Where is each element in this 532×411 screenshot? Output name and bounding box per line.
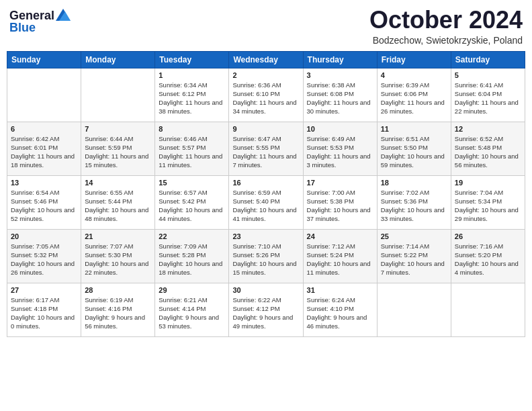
day-detail: Sunrise: 6:47 AMSunset: 5:55 PMDaylight:… xyxy=(232,134,299,170)
day-number: 9 xyxy=(232,125,299,133)
day-detail: Sunrise: 7:00 AMSunset: 5:38 PMDaylight:… xyxy=(307,188,373,224)
day-detail: Sunrise: 6:57 AMSunset: 5:42 PMDaylight:… xyxy=(159,188,225,224)
calendar-cell: 18Sunrise: 7:02 AMSunset: 5:36 PMDayligh… xyxy=(377,175,451,229)
day-number: 12 xyxy=(455,125,521,133)
day-number: 24 xyxy=(307,232,373,240)
day-number: 29 xyxy=(159,286,225,294)
day-detail: Sunrise: 6:19 AMSunset: 4:16 PMDaylight:… xyxy=(85,295,151,331)
day-detail: Sunrise: 7:04 AMSunset: 5:34 PMDaylight:… xyxy=(455,188,521,224)
day-detail: Sunrise: 6:46 AMSunset: 5:57 PMDaylight:… xyxy=(159,134,225,170)
day-of-week-header: Wednesday xyxy=(229,51,303,68)
calendar-cell: 29Sunrise: 6:21 AMSunset: 4:14 PMDayligh… xyxy=(155,283,229,336)
day-number: 27 xyxy=(11,286,77,294)
day-number: 8 xyxy=(159,125,225,133)
page-header: General Blue October 2024 Bodzechow, Swi… xyxy=(7,7,525,46)
day-detail: Sunrise: 6:59 AMSunset: 5:40 PMDaylight:… xyxy=(232,188,299,224)
day-of-week-header: Monday xyxy=(81,51,155,68)
day-detail: Sunrise: 6:36 AMSunset: 6:10 PMDaylight:… xyxy=(232,81,299,116)
calendar-week-row: 6Sunrise: 6:42 AMSunset: 6:01 PMDaylight… xyxy=(7,122,525,175)
calendar-cell: 28Sunrise: 6:19 AMSunset: 4:16 PMDayligh… xyxy=(81,283,155,336)
location-title: Bodzechow, Swietokrzyskie, Poland xyxy=(369,35,523,46)
calendar-cell: 10Sunrise: 6:49 AMSunset: 5:53 PMDayligh… xyxy=(303,122,377,175)
day-number: 2 xyxy=(232,71,299,79)
calendar-cell: 6Sunrise: 6:42 AMSunset: 6:01 PMDaylight… xyxy=(7,122,81,175)
calendar-cell: 26Sunrise: 7:16 AMSunset: 5:20 PMDayligh… xyxy=(451,229,525,283)
calendar-cell: 4Sunrise: 6:39 AMSunset: 6:06 PMDaylight… xyxy=(377,68,451,122)
calendar-cell: 1Sunrise: 6:34 AMSunset: 6:12 PMDaylight… xyxy=(155,68,229,122)
calendar-cell xyxy=(377,283,451,336)
day-number: 7 xyxy=(85,125,151,133)
day-detail: Sunrise: 7:10 AMSunset: 5:26 PMDaylight:… xyxy=(232,242,299,277)
calendar-cell xyxy=(451,283,525,336)
calendar-cell: 20Sunrise: 7:05 AMSunset: 5:32 PMDayligh… xyxy=(7,229,81,283)
day-number: 10 xyxy=(307,125,373,133)
day-detail: Sunrise: 6:54 AMSunset: 5:46 PMDaylight:… xyxy=(11,188,77,224)
calendar-cell: 27Sunrise: 6:17 AMSunset: 4:18 PMDayligh… xyxy=(7,283,81,336)
calendar-cell: 25Sunrise: 7:14 AMSunset: 5:22 PMDayligh… xyxy=(377,229,451,283)
calendar-cell: 11Sunrise: 6:51 AMSunset: 5:50 PMDayligh… xyxy=(377,122,451,175)
calendar-cell: 23Sunrise: 7:10 AMSunset: 5:26 PMDayligh… xyxy=(229,229,303,283)
day-detail: Sunrise: 6:38 AMSunset: 6:08 PMDaylight:… xyxy=(307,81,373,116)
logo-blue-text: Blue xyxy=(9,21,36,34)
day-number: 1 xyxy=(159,71,225,79)
title-area: October 2024 Bodzechow, Swietokrzyskie, … xyxy=(369,7,523,46)
day-number: 3 xyxy=(307,71,373,79)
calendar-cell: 5Sunrise: 6:41 AMSunset: 6:04 PMDaylight… xyxy=(451,68,525,122)
day-detail: Sunrise: 6:49 AMSunset: 5:53 PMDaylight:… xyxy=(307,134,373,170)
day-detail: Sunrise: 7:09 AMSunset: 5:28 PMDaylight:… xyxy=(159,242,225,277)
day-detail: Sunrise: 6:34 AMSunset: 6:12 PMDaylight:… xyxy=(159,81,225,116)
day-number: 13 xyxy=(11,179,77,187)
logo: General Blue xyxy=(9,9,71,34)
day-number: 17 xyxy=(307,179,373,187)
calendar-cell: 15Sunrise: 6:57 AMSunset: 5:42 PMDayligh… xyxy=(155,175,229,229)
day-detail: Sunrise: 7:16 AMSunset: 5:20 PMDaylight:… xyxy=(455,242,521,277)
day-detail: Sunrise: 6:21 AMSunset: 4:14 PMDaylight:… xyxy=(159,295,225,331)
day-number: 19 xyxy=(455,179,521,187)
day-detail: Sunrise: 6:24 AMSunset: 4:10 PMDaylight:… xyxy=(307,295,373,331)
day-number: 22 xyxy=(159,232,225,240)
day-detail: Sunrise: 7:05 AMSunset: 5:32 PMDaylight:… xyxy=(11,242,77,277)
day-detail: Sunrise: 7:12 AMSunset: 5:24 PMDaylight:… xyxy=(307,242,373,277)
calendar-week-row: 20Sunrise: 7:05 AMSunset: 5:32 PMDayligh… xyxy=(7,229,525,283)
day-detail: Sunrise: 7:07 AMSunset: 5:30 PMDaylight:… xyxy=(85,242,151,277)
day-number: 23 xyxy=(232,232,299,240)
calendar-cell: 7Sunrise: 6:44 AMSunset: 5:59 PMDaylight… xyxy=(81,122,155,175)
calendar-cell: 14Sunrise: 6:55 AMSunset: 5:44 PMDayligh… xyxy=(81,175,155,229)
day-detail: Sunrise: 6:39 AMSunset: 6:06 PMDaylight:… xyxy=(381,81,447,116)
calendar-cell: 8Sunrise: 6:46 AMSunset: 5:57 PMDaylight… xyxy=(155,122,229,175)
month-title: October 2024 xyxy=(369,7,523,34)
day-of-week-header: Sunday xyxy=(7,51,81,68)
logo-general-text: General xyxy=(9,9,54,21)
calendar-cell: 17Sunrise: 7:00 AMSunset: 5:38 PMDayligh… xyxy=(303,175,377,229)
calendar-cell: 31Sunrise: 6:24 AMSunset: 4:10 PMDayligh… xyxy=(303,283,377,336)
calendar-header-row: SundayMondayTuesdayWednesdayThursdayFrid… xyxy=(7,51,525,68)
day-number: 26 xyxy=(455,232,521,240)
day-detail: Sunrise: 7:02 AMSunset: 5:36 PMDaylight:… xyxy=(381,188,447,224)
logo-icon xyxy=(56,9,71,21)
day-number: 4 xyxy=(381,71,447,79)
day-detail: Sunrise: 6:41 AMSunset: 6:04 PMDaylight:… xyxy=(455,81,521,116)
day-detail: Sunrise: 6:22 AMSunset: 4:12 PMDaylight:… xyxy=(232,295,299,331)
calendar-cell: 12Sunrise: 6:52 AMSunset: 5:48 PMDayligh… xyxy=(451,122,525,175)
calendar-cell: 22Sunrise: 7:09 AMSunset: 5:28 PMDayligh… xyxy=(155,229,229,283)
day-number: 16 xyxy=(232,179,299,187)
day-number: 11 xyxy=(381,125,447,133)
day-of-week-header: Tuesday xyxy=(155,51,229,68)
calendar-week-row: 1Sunrise: 6:34 AMSunset: 6:12 PMDaylight… xyxy=(7,68,525,122)
day-detail: Sunrise: 6:17 AMSunset: 4:18 PMDaylight:… xyxy=(11,295,77,331)
calendar-cell: 13Sunrise: 6:54 AMSunset: 5:46 PMDayligh… xyxy=(7,175,81,229)
day-number: 25 xyxy=(381,232,447,240)
day-of-week-header: Friday xyxy=(377,51,451,68)
day-number: 21 xyxy=(85,232,151,240)
calendar-cell: 2Sunrise: 6:36 AMSunset: 6:10 PMDaylight… xyxy=(229,68,303,122)
calendar-cell: 21Sunrise: 7:07 AMSunset: 5:30 PMDayligh… xyxy=(81,229,155,283)
day-of-week-header: Saturday xyxy=(451,51,525,68)
calendar-cell: 9Sunrise: 6:47 AMSunset: 5:55 PMDaylight… xyxy=(229,122,303,175)
day-number: 18 xyxy=(381,179,447,187)
day-number: 6 xyxy=(11,125,77,133)
day-number: 28 xyxy=(85,286,151,294)
day-detail: Sunrise: 6:44 AMSunset: 5:59 PMDaylight:… xyxy=(85,134,151,170)
day-number: 30 xyxy=(232,286,299,294)
day-detail: Sunrise: 6:51 AMSunset: 5:50 PMDaylight:… xyxy=(381,134,447,170)
day-detail: Sunrise: 6:55 AMSunset: 5:44 PMDaylight:… xyxy=(85,188,151,224)
